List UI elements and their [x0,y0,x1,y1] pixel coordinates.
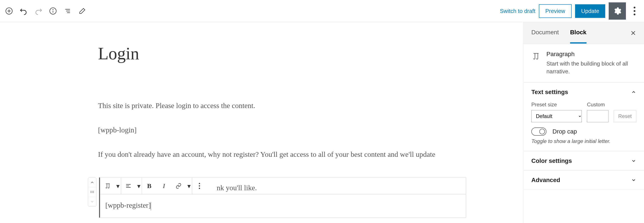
text-settings-panel: Text settings Preset size Default Custom [524,83,644,151]
drop-cap-label: Drop cap [552,128,577,135]
block-toolbar-wrapper: ▾ ▾ B I ▾ [88,177,466,217]
block-toolbar: ▾ ▾ B I ▾ [100,177,466,194]
overflow-text: nk you'll like. [217,184,257,192]
redo-button[interactable] [32,5,45,18]
editor-content: Login This site is private. Please login… [78,44,445,160]
format-group: B I ▾ [142,178,192,194]
block-info-text: Paragraph Start with the building block … [546,51,636,76]
block-mover [88,177,96,206]
block-info-panel: Paragraph Start with the building block … [524,44,644,83]
paragraph-block[interactable]: This site is private. Please login to ac… [98,100,445,111]
svg-point-10 [634,10,636,12]
more-format-dropdown[interactable]: ▾ [186,178,192,194]
align-group: ▾ [121,178,142,194]
svg-point-5 [53,9,53,10]
advanced-panel: Advanced [524,171,644,190]
svg-point-15 [91,192,91,193]
svg-point-13 [92,191,92,192]
svg-point-11 [634,14,636,15]
link-button[interactable] [171,178,186,194]
align-dropdown[interactable]: ▾ [136,178,142,194]
drag-handle[interactable] [88,187,96,197]
paragraph-icon [531,51,540,76]
move-block-up-button[interactable] [88,178,96,187]
paragraph-block[interactable]: [wppb-login] [98,124,445,135]
align-button[interactable] [121,178,136,194]
edit-tools-button[interactable] [76,5,89,18]
panel-title: Advanced [531,177,560,183]
active-block-text: [wppb-register] [105,201,151,210]
active-paragraph-block[interactable]: [wppb-register] [100,194,466,217]
tab-block[interactable]: Block [570,22,586,44]
text-settings-toggle[interactable]: Text settings [524,83,644,102]
custom-size-label: Custom [587,102,608,108]
block-more-group [192,178,207,194]
active-block-container: ▾ ▾ B I ▾ [99,177,466,217]
color-settings-toggle[interactable]: Color settings [524,151,644,170]
color-settings-panel: Color settings [524,151,644,171]
preview-button[interactable]: Preview [539,4,572,18]
preset-size-select[interactable]: Default [531,110,582,122]
svg-point-12 [91,191,91,192]
page-title[interactable]: Login [98,44,445,63]
panel-title: Text settings [531,89,568,96]
svg-point-16 [92,192,92,193]
block-description: Start with the building block of all nar… [546,60,636,76]
preset-size-label: Preset size [531,102,582,108]
text-cursor [151,202,151,210]
block-type-dropdown[interactable]: ▾ [115,178,121,194]
update-button[interactable]: Update [575,4,605,18]
undo-button[interactable] [17,5,30,18]
svg-point-17 [93,192,94,193]
chevron-down-icon [631,177,636,183]
block-more-options-button[interactable] [192,178,207,194]
bold-button[interactable]: B [142,178,156,194]
settings-button[interactable] [609,2,626,20]
block-name: Paragraph [546,51,636,58]
main-area: Login This site is private. Please login… [0,22,644,223]
toolbar-left [2,5,89,18]
content-info-button[interactable] [46,5,60,18]
settings-sidebar: Document Block Paragraph Start with the … [524,22,644,223]
switch-to-draft-button[interactable]: Switch to draft [500,8,536,15]
editor-canvas: Login This site is private. Please login… [0,22,524,223]
reset-size-button[interactable]: Reset [614,110,636,122]
svg-point-9 [634,7,636,9]
more-options-button[interactable] [629,2,640,20]
custom-size-input[interactable] [587,110,608,122]
block-navigation-button[interactable] [61,5,74,18]
chevron-down-icon [631,158,636,163]
block-type-button[interactable] [100,178,115,194]
chevron-up-icon [631,90,636,95]
panel-title: Color settings [531,157,572,164]
drop-cap-toggle[interactable] [531,127,546,136]
sidebar-tabs: Document Block [524,22,644,44]
paragraph-block[interactable]: If you don't already have an account, wh… [98,149,445,160]
svg-point-14 [93,191,94,192]
change-block-type-group: ▾ [100,178,121,194]
text-settings-body: Preset size Default Custom Reset [524,102,644,151]
tab-document[interactable]: Document [531,22,559,44]
italic-button[interactable]: I [156,178,171,194]
drop-cap-hint: Toggle to show a large initial letter. [531,138,636,144]
toolbar-right: Switch to draft Preview Update [500,2,640,20]
svg-point-23 [199,188,200,189]
svg-point-21 [199,183,200,184]
advanced-toggle[interactable]: Advanced [524,171,644,189]
close-sidebar-button[interactable] [630,30,636,36]
svg-point-22 [199,185,200,186]
move-block-down-button[interactable] [88,197,96,206]
editor-top-bar: Switch to draft Preview Update [0,0,644,22]
add-block-button[interactable] [2,5,16,18]
